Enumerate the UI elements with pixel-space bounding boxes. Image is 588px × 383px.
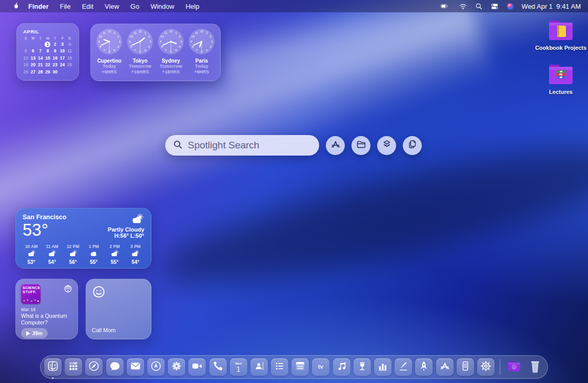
calendar-month-label: APRIL [23,29,73,34]
weather-hour: 12 PM 56° [64,244,82,265]
dock-app-photos[interactable] [168,358,185,376]
calendar-day[interactable]: 29 [44,69,51,75]
calendar-day[interactable]: 15 [44,55,51,61]
calendar-widget[interactable]: APRIL SMTWTFS123456789101112131415161718… [16,23,79,81]
calendar-day[interactable]: 21 [37,62,44,68]
desktop-folder-lectures[interactable]: Lectures [530,64,588,95]
dock-app-notes[interactable] [291,358,309,376]
spotlight-button-clipboard[interactable] [403,136,422,155]
app-store-app-icon [439,360,451,374]
spotlight-button-files[interactable] [351,136,370,155]
calendar-day[interactable]: 25 [66,62,73,68]
dock-app-app-store[interactable] [436,358,454,376]
calendar-day[interactable]: 10 [58,48,66,54]
dock-app-numbers[interactable] [374,358,391,376]
menu-item-edit[interactable]: Edit [76,0,99,12]
calendar-day[interactable]: 13 [29,55,36,61]
spotlight-button-actions[interactable] [377,136,396,155]
podcast-widget[interactable]: SCIENCE STUFF. Mar 19 What is a Quantum … [15,279,78,339]
menu-item-window[interactable]: Window [145,0,180,12]
calendar-day[interactable]: 26 [22,69,29,75]
svg-text:1: 1 [175,31,177,34]
svg-text:9: 9 [98,40,100,43]
calendar-day[interactable]: 5 [22,48,29,54]
desktop-folder-cookbook-projects[interactable]: Cookbook Projects [530,20,588,51]
calendar-day[interactable]: 9 [51,48,58,54]
svg-text:10: 10 [191,35,194,38]
dock-trash[interactable] [526,358,544,376]
dock-app-facetime[interactable] [188,358,206,376]
calendar-day[interactable]: 7 [37,48,44,54]
shortcut-widget-call-mom[interactable]: Call Mom [86,279,151,339]
calendar-day[interactable]: 16 [51,55,58,61]
spotlight: Spotlight Search [165,135,422,156]
calendar-day[interactable]: 2 [51,42,58,47]
calendar-day[interactable]: 14 [37,55,44,61]
calendar-day[interactable]: 30 [51,69,58,75]
menu-bar-clock[interactable]: Wed Apr 1 9:41 AM [522,3,581,10]
wifi-icon[interactable] [459,3,467,10]
battery-icon[interactable] [438,3,451,10]
dock-app-keynote[interactable] [354,358,371,376]
podcast-play-button[interactable]: 39m [21,328,48,338]
hour-label: 12 PM [67,244,80,249]
dock-app-phone[interactable] [209,358,227,376]
calendar-day[interactable]: 23 [51,62,58,68]
apple-menu[interactable] [9,2,23,11]
dock-app-maps[interactable] [147,358,165,376]
calendar-day[interactable]: 24 [58,62,66,68]
spotlight-search-input[interactable]: Spotlight Search [165,135,319,156]
spotlight-button-applications[interactable] [326,136,345,155]
dock-app-tv[interactable]: tv [312,358,329,376]
calendar-day[interactable]: 4 [66,42,73,47]
dock-app-finder[interactable] [44,358,62,376]
dock-app-iphone-mirroring[interactable] [457,358,474,376]
hour-temp: 55° [111,259,119,265]
calendar-day[interactable]: 27 [29,69,36,75]
calendar-day[interactable]: 6 [29,48,36,54]
dock-downloads-folder[interactable] [505,358,523,376]
calendar-day[interactable]: 8 [44,48,51,54]
weather-condition: Partly Cloudy [108,226,144,233]
weather-widget[interactable]: San Francisco 53° Partly Cloudy H:56° L:… [15,208,151,269]
menu-item-go[interactable]: Go [125,0,145,12]
menu-item-view[interactable]: View [99,0,125,12]
calendar-day[interactable]: 22 [44,62,51,68]
menu-item-finder[interactable]: Finder [23,0,54,12]
svg-text:5: 5 [206,49,207,52]
calendar-day[interactable]: 28 [37,69,44,75]
hour-label: 2 PM [109,244,120,249]
dock-app-contacts[interactable] [250,358,268,376]
calendar-day[interactable]: 11 [66,48,73,54]
calendar-day[interactable]: 19 [22,62,29,68]
dock-app-apps[interactable] [65,358,82,376]
dock-app-mail[interactable] [127,358,144,376]
clock-offset: +18HRS [162,69,180,75]
menu-item-help[interactable]: Help [180,0,205,12]
dock-app-safari[interactable] [85,358,103,376]
svg-text:7: 7 [165,49,166,52]
dock-app-system-settings[interactable] [477,358,495,376]
calendar-day[interactable]: 18 [66,55,73,61]
dock-app-messages[interactable] [106,358,124,376]
search-icon[interactable] [475,3,483,10]
svg-text:12: 12 [169,30,172,33]
finder-app-icon [47,360,59,374]
dock-app-music[interactable] [333,358,350,376]
calendar-day[interactable]: 20 [29,62,36,68]
svg-text:1: 1 [113,31,115,34]
calendar-day[interactable]: 3 [58,42,66,47]
calendar-day[interactable]: 1 [44,42,51,47]
dock-app-calendar[interactable]: Wed1 [230,358,247,376]
calendar-day[interactable]: 12 [22,55,29,61]
world-clock-widget[interactable]: 123456789101112 Cupertino Today +0HRS 12… [90,24,221,81]
control-center-icon[interactable] [491,3,499,10]
menu-item-file[interactable]: File [54,0,76,12]
dock-app-reminders[interactable] [271,358,288,376]
dock-app-pages[interactable] [395,358,412,376]
weather-hourly-row: 10 AM 53°11 AM 54°12 PM 56°1 PM 55°2 PM … [23,244,144,265]
clock-offset: +0HRS [102,69,116,75]
siri-icon[interactable] [506,3,514,10]
calendar-day[interactable]: 17 [58,55,66,61]
dock-app-launchpad[interactable] [415,358,433,376]
